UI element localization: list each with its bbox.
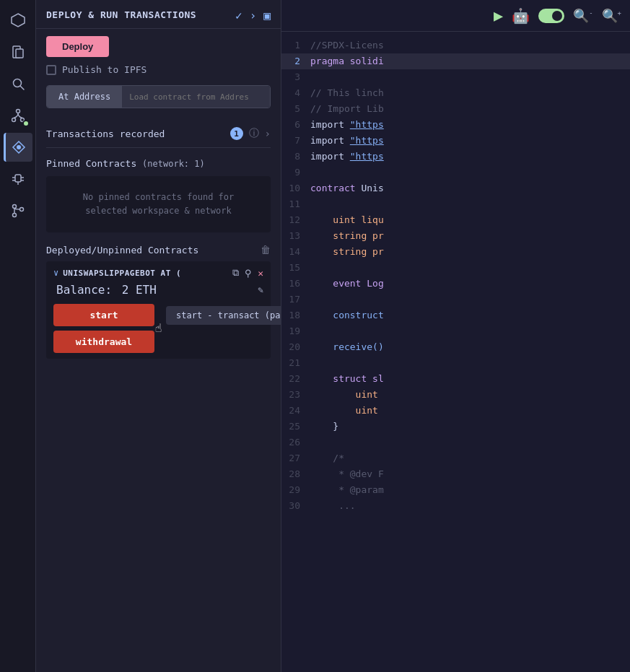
balance-value: 2 ETH — [122, 283, 157, 297]
cursor-icon: ☝ — [155, 321, 162, 335]
git-badge — [22, 120, 30, 127]
code-line-11: 11 — [281, 196, 630, 212]
line-number-28: 28 — [281, 466, 310, 482]
line-number-7: 7 — [281, 133, 310, 149]
code-line-12: 12 uint liqu — [281, 212, 630, 228]
svg-point-17 — [12, 214, 16, 217]
sidebar-item-plugin[interactable] — [4, 6, 32, 35]
info-icon[interactable]: ⓘ — [249, 127, 259, 140]
code-line-13: 13 string pr — [281, 228, 630, 244]
line-number-8: 8 — [281, 149, 310, 165]
code-content-2: pragma solidi — [310, 53, 630, 69]
svg-rect-10 — [15, 175, 21, 182]
code-line-1: 1 //SPDX-Licens — [281, 38, 630, 53]
editor-panel: ▶ 🤖 🔍- 🔍+ 1 //SPDX-Licens 2 pragma solid… — [281, 0, 630, 672]
code-line-29: 29 * @param — [281, 482, 630, 498]
publish-ipfs-checkbox[interactable] — [46, 65, 56, 75]
pin-icon[interactable]: ⚲ — [245, 268, 252, 279]
sidebar-item-branch[interactable] — [4, 196, 32, 225]
copy-icon[interactable]: ⧉ — [232, 267, 239, 279]
svg-point-9 — [17, 145, 21, 149]
code-editor[interactable]: 1 //SPDX-Licens 2 pragma solidi 3 4 // T… — [281, 32, 630, 672]
code-line-21: 21 — [281, 355, 630, 371]
code-line-27: 27 /* — [281, 450, 630, 466]
code-line-7: 7 import "https — [281, 133, 630, 149]
publish-ipfs-row: Publish to IPFS — [46, 64, 271, 75]
load-contract-input[interactable] — [122, 86, 270, 108]
check-icon[interactable]: ✓ — [235, 9, 242, 22]
line-number-12: 12 — [281, 212, 310, 228]
line-number-23: 23 — [281, 387, 310, 403]
deployed-title: Deployed/Unpinned Contracts — [46, 245, 198, 256]
close-contract-icon[interactable]: ✕ — [258, 268, 263, 279]
line-number-18: 18 — [281, 307, 310, 323]
transactions-count-badge: 1 — [230, 127, 243, 140]
code-content-28: * @dev F — [310, 466, 630, 482]
code-line-25: 25 } — [281, 419, 630, 435]
transactions-recorded-row[interactable]: Transactions recorded 1 ⓘ › — [46, 120, 271, 148]
chevron-right-icon[interactable]: › — [265, 128, 271, 139]
publish-ipfs-label: Publish to IPFS — [62, 64, 146, 75]
line-number-24: 24 — [281, 403, 310, 419]
svg-point-18 — [19, 208, 23, 211]
line-number-4: 4 — [281, 85, 310, 101]
trash-icon[interactable]: 🗑 — [261, 244, 271, 256]
code-line-28: 28 * @dev F — [281, 466, 630, 482]
editor-toolbar: ▶ 🤖 🔍- 🔍+ — [281, 0, 630, 32]
contract-chevron-icon[interactable]: ∨ — [53, 268, 58, 278]
panel-title: DEPLOY & RUN TRANSACTIONS — [46, 9, 196, 22]
code-line-20: 20 receive() — [281, 339, 630, 355]
forward-icon[interactable]: › — [250, 9, 257, 22]
line-number-9: 9 — [281, 165, 310, 180]
at-address-button[interactable]: At Address — [47, 86, 122, 108]
pinned-contracts-section: Pinned Contracts (network: 1) No pinned … — [46, 158, 271, 232]
line-number-5: 5 — [281, 101, 310, 117]
code-line-16: 16 event Log — [281, 276, 630, 292]
toggle-switch[interactable] — [538, 9, 564, 23]
edit-icon[interactable]: ✎ — [258, 284, 263, 295]
code-content-4: // This linch — [310, 85, 630, 101]
transactions-recorded-label: Transactions recorded — [46, 128, 224, 139]
deploy-button[interactable]: Deploy — [46, 36, 109, 57]
code-content-12: uint liqu — [310, 212, 630, 228]
line-number-29: 29 — [281, 482, 310, 498]
contract-name: UNISWAPSLIPPAGEBOT AT ( — [63, 269, 228, 278]
zoom-out-icon[interactable]: 🔍- — [573, 8, 592, 23]
code-line-15: 15 — [281, 260, 630, 276]
code-line-9: 9 — [281, 165, 630, 180]
code-content-16: event Log — [310, 276, 630, 292]
code-content-1: //SPDX-Licens — [310, 38, 630, 53]
withdrawal-button[interactable]: withdrawal — [53, 331, 154, 353]
contract-actions: ⧉ ⚲ ✕ — [232, 267, 263, 279]
code-content-6: import "https — [310, 117, 630, 133]
code-line-4: 4 // This linch — [281, 85, 630, 101]
address-row: At Address — [46, 85, 271, 108]
line-number-2: 2 — [281, 53, 310, 69]
code-content-7: import "https — [310, 133, 630, 149]
code-content-22: struct sl — [310, 371, 630, 387]
sidebar-item-files[interactable] — [4, 38, 32, 66]
svg-point-5 — [16, 110, 19, 113]
code-line-14: 14 string pr — [281, 244, 630, 260]
zoom-in-icon[interactable]: 🔍+ — [602, 8, 621, 23]
sidebar-item-search[interactable] — [4, 69, 32, 98]
robot-icon[interactable]: 🤖 — [512, 7, 530, 25]
code-content-23: uint — [310, 387, 630, 403]
svg-marker-0 — [12, 14, 25, 27]
line-number-16: 16 — [281, 276, 310, 292]
sidebar-item-deploy[interactable] — [4, 133, 32, 162]
code-content-27: /* — [310, 450, 630, 466]
code-content-10: contract Unis — [310, 180, 630, 196]
code-content-18: construct — [310, 307, 630, 323]
code-line-17: 17 — [281, 292, 630, 307]
line-number-20: 20 — [281, 339, 310, 355]
play-icon[interactable]: ▶ — [494, 6, 503, 25]
line-number-11: 11 — [281, 196, 310, 212]
layout-icon[interactable]: ▣ — [263, 9, 271, 22]
line-number-25: 25 — [281, 419, 310, 435]
start-button[interactable]: start — [53, 304, 154, 326]
code-line-18: 18 construct — [281, 307, 630, 323]
code-line-24: 24 uint — [281, 403, 630, 419]
sidebar-item-git[interactable] — [4, 101, 32, 130]
sidebar-item-debug[interactable] — [4, 165, 32, 193]
